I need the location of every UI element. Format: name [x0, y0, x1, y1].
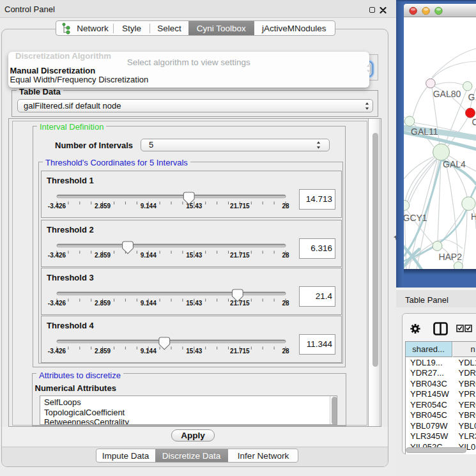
svg-text:2.859: 2.859	[95, 203, 111, 210]
svg-text:28: 28	[282, 252, 289, 259]
svg-text:21.715: 21.715	[230, 300, 250, 307]
svg-text:21.715: 21.715	[230, 252, 250, 259]
svg-text:GAL11: GAL11	[411, 127, 438, 137]
svg-text:21.715: 21.715	[230, 348, 250, 355]
svg-text:GCY1: GCY1	[404, 213, 427, 223]
svg-text:-3.426: -3.426	[48, 300, 66, 307]
svg-text:H: H	[471, 211, 476, 222]
svg-text:15.43: 15.43	[186, 252, 202, 259]
svg-text:2.859: 2.859	[95, 348, 111, 355]
svg-text:15.43: 15.43	[186, 300, 202, 307]
svg-text:2.859: 2.859	[95, 300, 111, 307]
svg-text:GAL4: GAL4	[443, 159, 466, 169]
svg-text:-3.426: -3.426	[48, 348, 66, 355]
svg-text:9.144: 9.144	[141, 252, 157, 259]
svg-text:G.: G.	[468, 92, 476, 102]
svg-text:9.144: 9.144	[141, 348, 157, 355]
svg-text:GAL80: GAL80	[433, 89, 461, 99]
svg-text:2.859: 2.859	[95, 252, 111, 259]
svg-text:28: 28	[282, 348, 289, 355]
svg-text:C: C	[472, 117, 476, 127]
svg-text:28: 28	[282, 203, 289, 210]
svg-text:-3.426: -3.426	[48, 252, 66, 259]
svg-text:9.144: 9.144	[141, 300, 157, 307]
svg-text:28: 28	[282, 300, 289, 307]
svg-text:21.715: 21.715	[230, 203, 250, 210]
svg-text:15.43: 15.43	[186, 348, 202, 355]
svg-text:HAP2: HAP2	[438, 252, 462, 262]
svg-text:-3.426: -3.426	[48, 203, 66, 210]
svg-text:9.144: 9.144	[141, 203, 157, 210]
